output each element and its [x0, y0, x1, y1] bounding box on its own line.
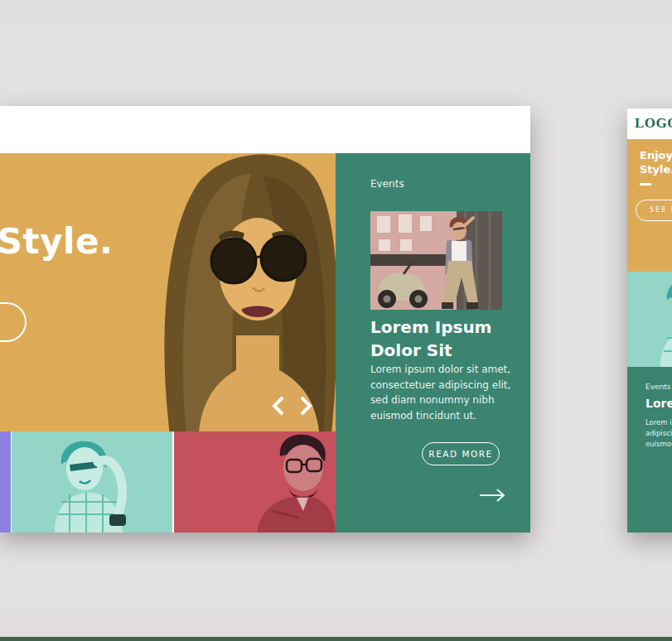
hero-woman-photo: [153, 153, 336, 431]
chevron-left-icon[interactable]: [270, 395, 287, 417]
gallery-row: [0, 431, 336, 533]
hero-banner: Enjoy Style. SEE MORE: [0, 153, 336, 431]
logo[interactable]: LOGO: [635, 115, 672, 132]
desktop-header: Home About Gallery Blog Contact: [0, 106, 530, 153]
event-body-text: Lorem ipsum dolor sit amet, consectetuer…: [370, 362, 511, 423]
desktop-mockup: Home About Gallery Blog Contact: [0, 106, 530, 533]
mobile-hero-heading-line: Enjoy: [640, 149, 672, 163]
gallery-thumb-teal-woman: [12, 431, 172, 533]
event-body-line: Lorem ipsum dolor sit amet,: [370, 362, 511, 378]
gallery-thumb-purple: [0, 431, 11, 533]
mobile-event-body-line: euismod tincidunt ut.: [645, 439, 672, 450]
event-heading-line: Lorem Ipsum: [370, 316, 491, 339]
mobile-event-body-text: Lorem ipsum dolor sit amet, consectetuer…: [645, 417, 672, 451]
design-canvas: Home About Gallery Blog Contact: [0, 0, 672, 641]
mobile-header: LOGO: [627, 108, 672, 139]
mobile-event-heading: Lorem Ipsum Dolor Sit: [645, 397, 672, 410]
see-more-button[interactable]: SEE MORE: [0, 302, 27, 342]
mobile-events-label: Events: [645, 383, 670, 391]
mobile-see-more-button[interactable]: SEE MORE: [636, 200, 672, 221]
event-body-line: sed diam nonummy nibh: [370, 393, 511, 408]
event-body-line: consectetuer adipiscing elit,: [370, 378, 511, 393]
mobile-hero-photo-fragment: [660, 232, 672, 272]
chevron-right-icon[interactable]: [297, 395, 314, 417]
mobile-mockup: LOGO Enjoy Style. SEE MORE: [627, 108, 672, 533]
events-label: Events: [370, 178, 404, 190]
mobile-event-body-line: adipiscing elit, sed diam nonummy nibh: [645, 428, 672, 439]
mobile-hero-heading-line: Style.: [640, 163, 672, 177]
mobile-hero-heading: Enjoy Style.: [640, 149, 672, 177]
gallery-thumb-red-man: [174, 431, 336, 533]
hero-heading: Enjoy Style.: [0, 221, 113, 262]
mobile-teal-photo: [627, 272, 672, 367]
event-body-line: euismod tincidunt ut.: [370, 408, 511, 424]
event-heading-line: Dolor Sit: [370, 339, 491, 362]
heading-underline: [640, 183, 651, 186]
event-heading: Lorem Ipsum Dolor Sit: [370, 316, 491, 362]
mobile-hero-banner: Enjoy Style. SEE MORE: [627, 139, 672, 272]
read-more-button[interactable]: READ MORE: [422, 442, 500, 465]
mobile-event-body-line: Lorem ipsum dolor sit amet, consectetuer: [645, 417, 672, 428]
mobile-events-section: Events Lorem Ipsum Dolor Sit Lorem ipsum…: [627, 367, 672, 533]
bottom-section-edge: [0, 637, 672, 641]
arrow-right-icon[interactable]: [478, 488, 506, 503]
event-photo: [370, 211, 502, 310]
events-sidebar: Events: [336, 153, 530, 533]
